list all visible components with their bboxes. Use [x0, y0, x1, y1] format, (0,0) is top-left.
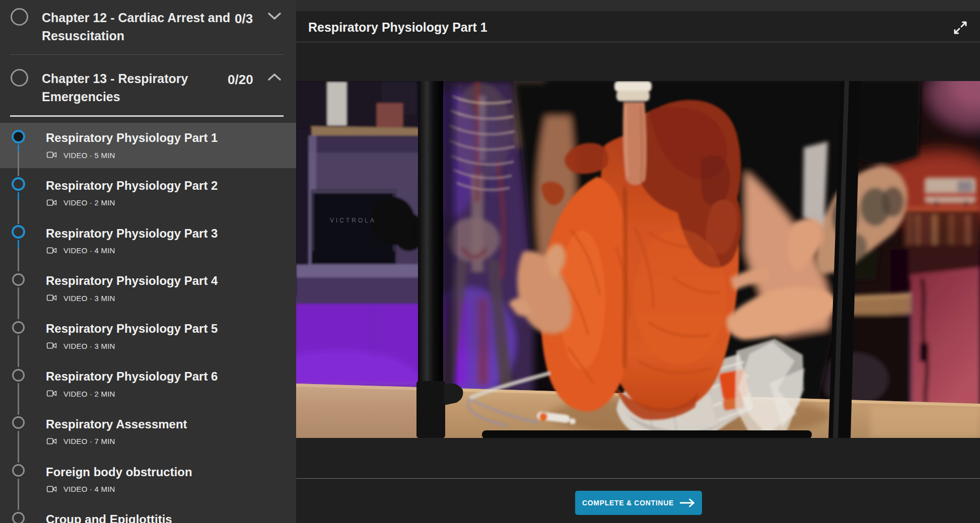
svg-text:VICTROLA: VICTROLA	[330, 217, 376, 224]
